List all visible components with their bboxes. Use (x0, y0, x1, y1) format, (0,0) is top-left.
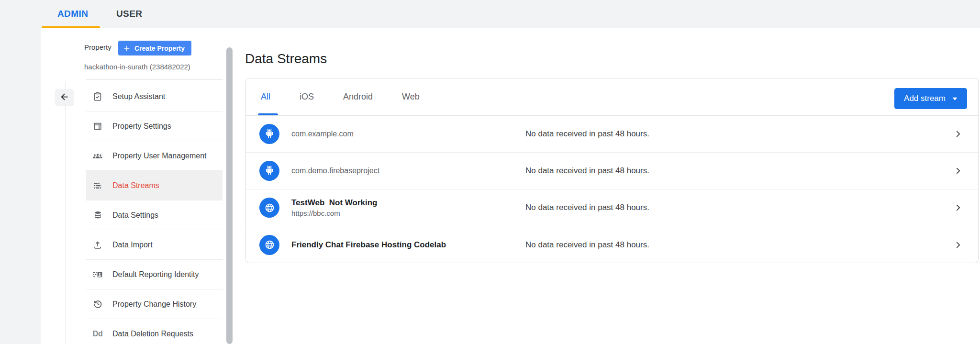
stream-status: No data received in past 48 hours. (525, 203, 649, 212)
sidebar-item-data-import[interactable]: Data Import (86, 230, 223, 260)
sidebar-item-label: Data Import (112, 241, 153, 249)
data-streams-card: All iOS Android Web Add stream (245, 78, 979, 263)
content-panel: Property Create Property hackathon-in-su… (41, 28, 980, 344)
tab-admin[interactable]: ADMIN (57, 9, 88, 19)
sidebar-scrollbar[interactable] (226, 47, 233, 344)
stream-info: com.demo.firebaseproject (291, 166, 379, 175)
web-globe-icon (259, 235, 279, 255)
sidebar-header-divider (86, 79, 223, 80)
create-property-button[interactable]: Create Property (118, 41, 191, 55)
users-icon (92, 150, 103, 162)
sidebar-nav: Setup Assistant Property Settings (86, 82, 223, 344)
add-stream-label: Add stream (904, 94, 946, 103)
sidebar-item-data-settings[interactable]: Data Settings (86, 200, 223, 230)
identity-card-icon (92, 269, 103, 280)
stream-info: com.example.com (291, 130, 354, 138)
add-stream-button[interactable]: Add stream (894, 88, 967, 109)
tab-web[interactable]: Web (402, 92, 420, 102)
stream-row[interactable]: TestWeb_Not Working https://bbc.com No d… (246, 189, 978, 226)
property-section-label: Property (84, 43, 111, 51)
ga-admin-page: ADMIN USER Property Create Property hack… (0, 0, 980, 344)
page-title: Data Streams (245, 51, 327, 67)
plus-icon (123, 44, 131, 52)
active-stream-tab-underline (258, 113, 278, 115)
android-icon (259, 124, 279, 144)
dd-letters-icon: Dd (92, 328, 103, 340)
tab-android[interactable]: Android (343, 92, 373, 102)
chevron-right-icon[interactable] (953, 129, 963, 139)
sidebar-item-property-settings[interactable]: Property Settings (86, 111, 223, 141)
web-globe-icon (259, 198, 279, 218)
stream-status: No data received in past 48 hours. (525, 129, 649, 139)
arrow-back-icon (59, 92, 69, 102)
tab-user[interactable]: USER (116, 9, 142, 19)
stream-status: No data received in past 48 hours. (525, 166, 649, 176)
upload-icon (92, 239, 103, 251)
stream-url: https://bbc.com (291, 209, 377, 217)
stream-name: Friendly Chat Firebase Hosting Codelab (291, 240, 446, 250)
sidebar-item-label: Data Streams (112, 181, 159, 190)
back-button[interactable] (56, 89, 73, 105)
sidebar-item-data-streams[interactable]: Data Streams (86, 171, 223, 200)
stream-type-tabs: All iOS Android Web Add stream (246, 78, 978, 116)
stream-name: TestWeb_Not Working (291, 198, 377, 208)
stream-row[interactable]: com.example.com No data received in past… (246, 116, 978, 153)
property-settings-icon (92, 121, 103, 132)
data-streams-icon (92, 180, 103, 191)
stream-status: No data received in past 48 hours. (525, 240, 649, 250)
sidebar-item-data-deletion-requests[interactable]: Dd Data Deletion Requests (86, 319, 223, 344)
sidebar-item-label: Property User Management (112, 152, 207, 160)
sidebar-item-label: Default Reporting Identity (112, 270, 199, 279)
chevron-right-icon[interactable] (953, 240, 963, 250)
sidebar-item-label: Property Change History (112, 300, 196, 309)
caret-down-icon (952, 97, 958, 100)
sidebar-item-default-reporting-identity[interactable]: Default Reporting Identity (86, 260, 223, 289)
sidebar-item-label: Data Settings (112, 211, 158, 220)
history-icon (92, 299, 103, 310)
create-property-label: Create Property (134, 44, 185, 52)
stream-row[interactable]: com.demo.firebaseproject No data receive… (246, 153, 978, 189)
android-icon (259, 161, 279, 181)
setup-assistant-icon (92, 91, 103, 102)
tab-all[interactable]: All (261, 92, 270, 102)
stream-info: Friendly Chat Firebase Hosting Codelab (291, 240, 446, 250)
chevron-right-icon[interactable] (953, 202, 963, 213)
stream-name: com.example.com (291, 130, 354, 138)
database-icon (92, 210, 103, 221)
tab-ios[interactable]: iOS (300, 92, 314, 102)
sidebar-item-label: Data Deletion Requests (112, 330, 193, 338)
sidebar-item-property-change-history[interactable]: Property Change History (86, 289, 223, 319)
sidebar-item-label: Setup Assistant (112, 92, 165, 101)
sidebar-item-property-user-management[interactable]: Property User Management (86, 141, 223, 171)
sidebar-item-label: Property Settings (112, 122, 171, 131)
stream-name: com.demo.firebaseproject (291, 166, 379, 175)
stream-row[interactable]: Friendly Chat Firebase Hosting Codelab N… (246, 226, 978, 263)
sidebar-left-divider (66, 81, 66, 344)
stream-info: TestWeb_Not Working https://bbc.com (291, 198, 377, 217)
property-name: hackathon-in-surath (238482022) (84, 63, 190, 71)
sidebar-item-setup-assistant[interactable]: Setup Assistant (86, 82, 223, 111)
top-tab-bar: ADMIN USER (0, 0, 980, 28)
chevron-right-icon[interactable] (953, 166, 963, 176)
